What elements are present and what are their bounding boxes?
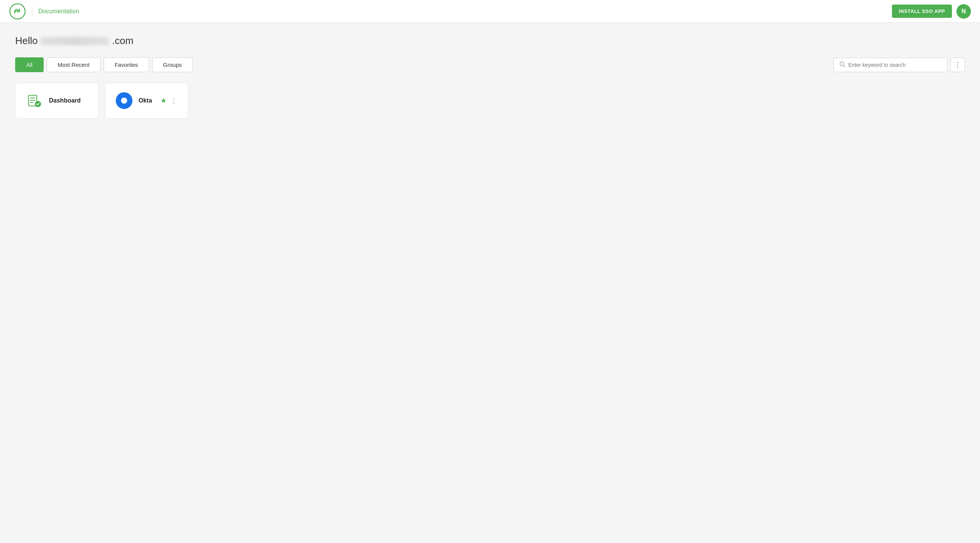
greeting-prefix: Hello [15,35,38,47]
okta-card-title: Okta [138,97,152,104]
search-area: ⋮ [834,58,965,72]
documentation-link[interactable]: Documentation [38,8,80,15]
okta-icon [116,92,132,109]
okta-menu-icon[interactable]: ⋮ [170,96,177,105]
more-options-icon: ⋮ [954,61,961,69]
search-input[interactable] [848,62,942,68]
app-header: Documentation INSTALL SSO APP N [0,0,980,23]
search-box [834,58,947,72]
greeting-username-blurred [41,37,109,45]
search-icon [839,61,845,69]
dashboard-card-title: Dashboard [49,97,81,104]
filter-bar: All Most Recent Favorites Groups ⋮ [15,57,965,72]
header-left: Documentation [9,3,80,20]
filter-tabs: All Most Recent Favorites Groups [15,57,193,72]
cards-grid: Dashboard Okta ★ ⋮ [15,83,965,118]
avatar[interactable]: N [956,4,971,19]
greeting-suffix: .com [112,35,133,47]
header-right: INSTALL SSO APP N [892,4,971,19]
svg-line-2 [843,65,845,67]
dashboard-icon [26,92,43,109]
header-divider [32,6,32,17]
card-dashboard[interactable]: Dashboard [15,83,99,118]
okta-card-actions: ★ ⋮ [161,96,177,105]
tab-groups[interactable]: Groups [152,57,193,72]
more-options-button[interactable]: ⋮ [950,58,965,72]
install-sso-button[interactable]: INSTALL SSO APP [892,5,952,18]
app-logo-icon [9,3,26,20]
main-content: Hello .com All Most Recent Favorites Gro… [0,23,980,131]
tab-most-recent[interactable]: Most Recent [47,57,100,72]
greeting-text: Hello .com [15,35,965,47]
tab-favorites[interactable]: Favorites [103,57,149,72]
okta-favorite-star-icon[interactable]: ★ [161,96,167,105]
tab-all[interactable]: All [15,57,44,72]
card-okta[interactable]: Okta ★ ⋮ [105,83,188,118]
okta-inner-circle [121,97,127,104]
